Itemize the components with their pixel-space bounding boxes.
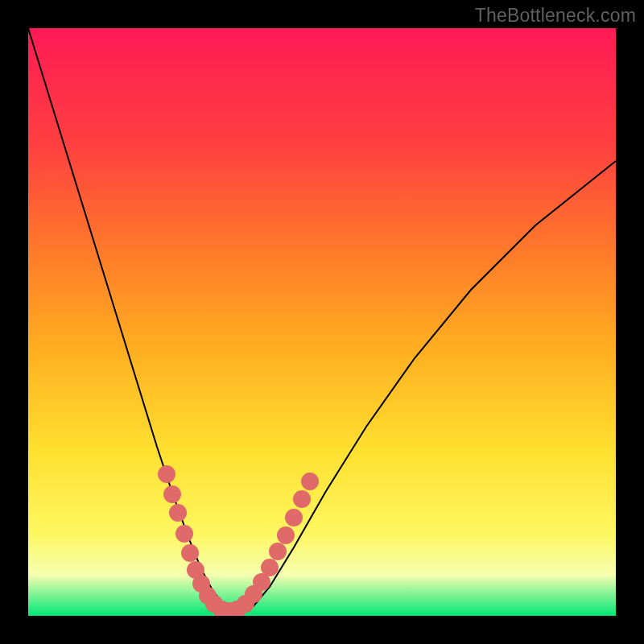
gradient-rect	[28, 28, 616, 616]
chart-container: TheBottleneck.com	[0, 0, 644, 644]
watermark-text: TheBottleneck.com	[475, 5, 636, 27]
plot-area	[28, 28, 616, 616]
gradient-background	[28, 28, 616, 616]
